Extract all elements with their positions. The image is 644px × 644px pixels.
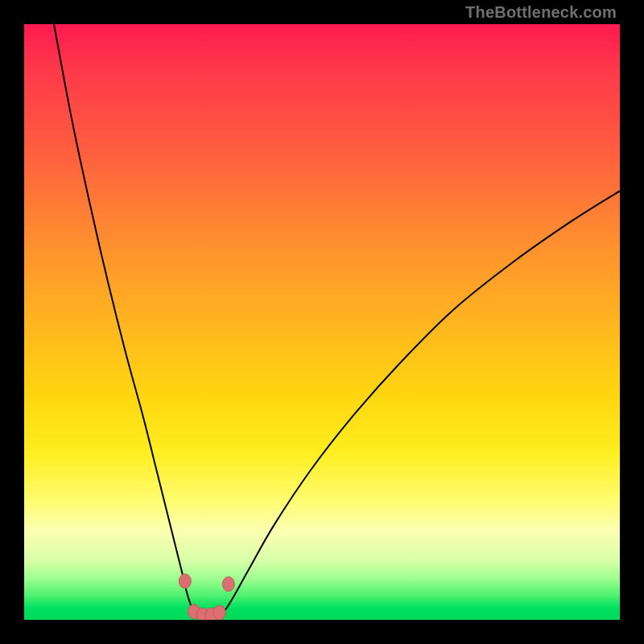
frame-left: [0, 0, 24, 644]
frame-right: [620, 0, 644, 644]
curve-layer: [24, 24, 620, 620]
curve-marker: [213, 605, 225, 620]
bottleneck-curve: [54, 24, 620, 617]
curve-marker: [179, 574, 191, 588]
curve-marker: [222, 577, 234, 592]
plot-area: [24, 24, 620, 620]
watermark-text: TheBottleneck.com: [465, 3, 617, 22]
frame-bottom: [0, 620, 644, 644]
